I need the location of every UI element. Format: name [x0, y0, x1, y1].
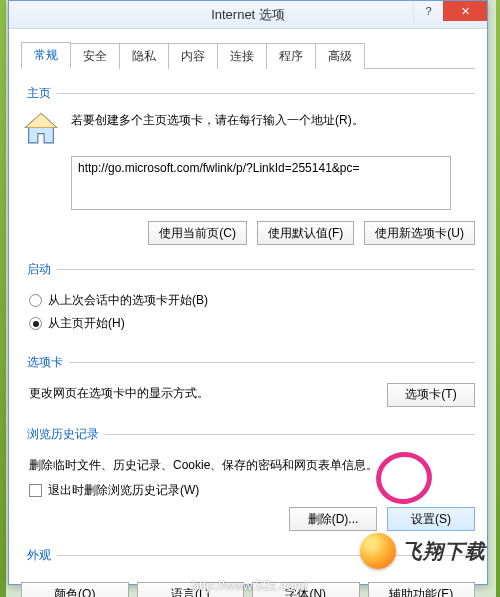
legend-homepage: 主页	[21, 85, 57, 102]
fonts-button[interactable]: 字体(N)	[252, 582, 360, 597]
homepage-row: 若要创建多个主页选项卡，请在每行输入一个地址(R)。	[21, 110, 475, 148]
history-buttons: 删除(D)... 设置(S)	[21, 507, 475, 531]
history-desc: 删除临时文件、历史记录、Cookie、保存的密码和网页表单信息。	[29, 457, 475, 474]
group-tabs: 选项卡 更改网页在选项卡中的显示方式。 选项卡(T)	[21, 354, 475, 410]
group-appearance: 外观 颜色(O) 语言(L) 字体(N) 辅助功能(E)	[21, 547, 475, 597]
radio-from-home[interactable]: 从主页开始(H)	[29, 315, 475, 332]
use-new-tab-button[interactable]: 使用新选项卡(U)	[364, 221, 475, 245]
homepage-url-input[interactable]	[71, 156, 451, 210]
group-startup: 启动 从上次会话中的选项卡开始(B) 从主页开始(H)	[21, 261, 475, 338]
radio-icon	[29, 294, 42, 307]
title-bar: Internet 选项 ? ✕	[9, 1, 487, 29]
history-settings-button[interactable]: 设置(S)	[387, 507, 475, 531]
dialog-content: 常规 安全 隐私 内容 连接 程序 高级 主页 若要创建多个主页选项卡，请在每行…	[9, 29, 487, 597]
delete-on-exit-label: 退出时删除浏览历史记录(W)	[48, 482, 199, 499]
tab-advanced[interactable]: 高级	[315, 43, 365, 69]
use-default-button[interactable]: 使用默认值(F)	[257, 221, 354, 245]
languages-button[interactable]: 语言(L)	[137, 582, 245, 597]
checkbox-icon	[29, 484, 42, 497]
colors-button[interactable]: 颜色(O)	[21, 582, 129, 597]
radio-last-session-label: 从上次会话中的选项卡开始(B)	[48, 292, 208, 309]
radio-icon	[29, 317, 42, 330]
background-edge-left	[0, 0, 6, 597]
caption-buttons: ? ✕	[413, 1, 487, 21]
use-current-page-button[interactable]: 使用当前页(C)	[148, 221, 247, 245]
homepage-buttons: 使用当前页(C) 使用默认值(F) 使用新选项卡(U)	[21, 221, 475, 245]
background-edge-right	[496, 0, 500, 597]
accessibility-button[interactable]: 辅助功能(E)	[368, 582, 476, 597]
tab-strip: 常规 安全 隐私 内容 连接 程序 高级	[21, 41, 475, 69]
legend-history: 浏览历史记录	[21, 426, 105, 443]
legend-startup: 启动	[21, 261, 57, 278]
tab-general[interactable]: 常规	[21, 42, 71, 69]
help-button[interactable]: ?	[413, 1, 443, 21]
close-button[interactable]: ✕	[443, 1, 487, 21]
delete-on-exit-checkbox[interactable]: 退出时删除浏览历史记录(W)	[29, 482, 475, 499]
legend-appearance: 外观	[21, 547, 57, 564]
homepage-instruction: 若要创建多个主页选项卡，请在每行输入一个地址(R)。	[71, 110, 475, 129]
radio-last-session[interactable]: 从上次会话中的选项卡开始(B)	[29, 292, 475, 309]
tabs-settings-button[interactable]: 选项卡(T)	[387, 383, 475, 407]
group-homepage: 主页 若要创建多个主页选项卡，请在每行输入一个地址(R)。 使用当前页(C) 使…	[21, 85, 475, 245]
tab-programs[interactable]: 程序	[266, 43, 316, 69]
svg-marker-1	[26, 114, 57, 128]
appearance-buttons: 颜色(O) 语言(L) 字体(N) 辅助功能(E)	[21, 582, 475, 597]
tabs-desc: 更改网页在选项卡中的显示方式。	[29, 385, 209, 402]
tab-content[interactable]: 内容	[168, 43, 218, 69]
tabs-row: 更改网页在选项卡中的显示方式。 选项卡(T)	[21, 379, 475, 410]
tab-privacy[interactable]: 隐私	[119, 43, 169, 69]
radio-from-home-label: 从主页开始(H)	[48, 315, 125, 332]
legend-tabs: 选项卡	[21, 354, 69, 371]
dialog-window: Internet 选项 ? ✕ 常规 安全 隐私 内容 连接 程序 高级 主页	[8, 0, 488, 585]
tab-connections[interactable]: 连接	[217, 43, 267, 69]
group-history: 浏览历史记录 删除临时文件、历史记录、Cookie、保存的密码和网页表单信息。 …	[21, 426, 475, 531]
home-icon	[21, 110, 61, 148]
tab-security[interactable]: 安全	[70, 43, 120, 69]
delete-history-button[interactable]: 删除(D)...	[289, 507, 377, 531]
